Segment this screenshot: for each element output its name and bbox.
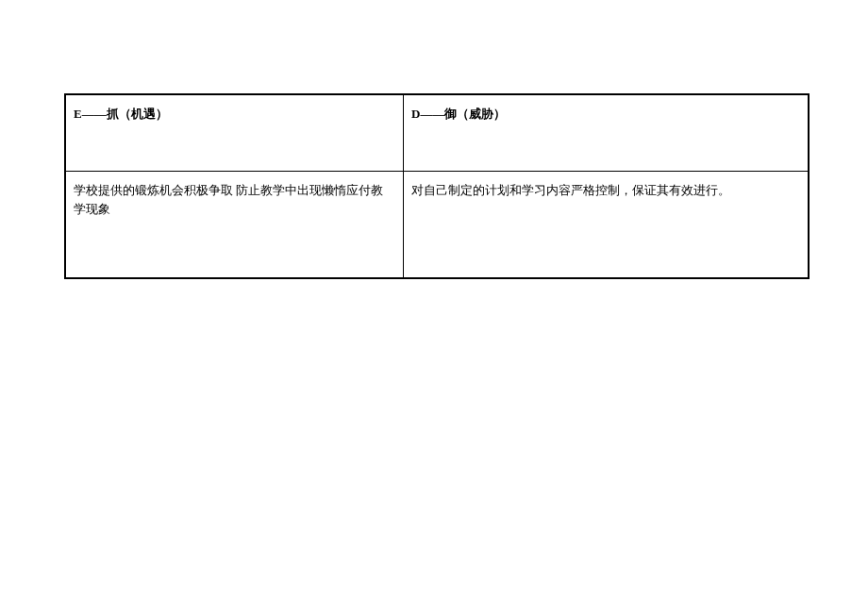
header-cell-d: D——御（威胁） (404, 95, 808, 171)
header-text-e: E——抓（机遇） (74, 107, 168, 121)
swot-table: E——抓（机遇） D——御（威胁） 学校提供的锻炼机会积极争取 防止教学中出现懒… (64, 93, 810, 279)
content-text-e: 学校提供的锻炼机会积极争取 防止教学中出现懒惰应付教学现象 (74, 183, 383, 216)
table-header-row: E——抓（机遇） D——御（威胁） (66, 93, 808, 171)
header-cell-e: E——抓（机遇） (66, 95, 404, 171)
content-cell-d: 对自己制定的计划和学习内容严格控制，保证其有效进行。 (404, 172, 808, 277)
content-text-d: 对自己制定的计划和学习内容严格控制，保证其有效进行。 (411, 183, 730, 197)
content-cell-e: 学校提供的锻炼机会积极争取 防止教学中出现懒惰应付教学现象 (66, 172, 404, 277)
header-text-d: D——御（威胁） (411, 107, 506, 121)
table-content-row: 学校提供的锻炼机会积极争取 防止教学中出现懒惰应付教学现象 对自己制定的计划和学… (66, 171, 808, 277)
